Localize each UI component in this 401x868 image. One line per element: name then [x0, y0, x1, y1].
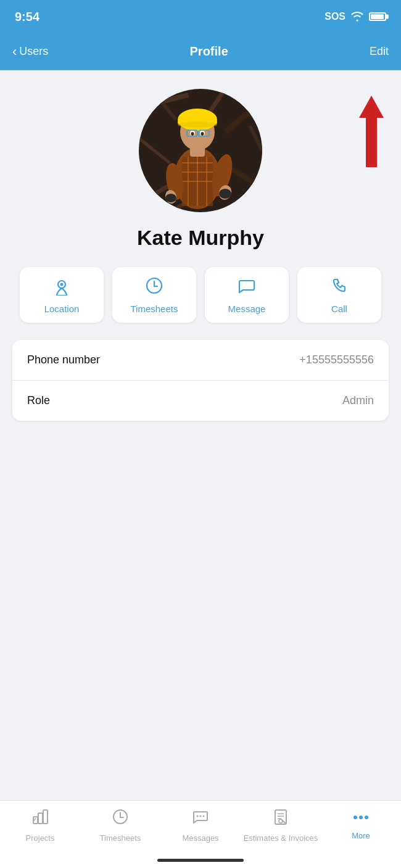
- back-chevron-icon: ‹: [12, 44, 17, 60]
- location-button[interactable]: Location: [20, 267, 104, 323]
- nav-bar: ‹ Users Profile Edit: [0, 33, 401, 70]
- tab-timesheets[interactable]: Timesheets: [80, 808, 160, 843]
- tab-estimates-label: Estimates & Invoices: [244, 833, 318, 843]
- svg-point-35: [219, 189, 231, 199]
- svg-point-38: [60, 283, 64, 286]
- timesheets-button[interactable]: Timesheets: [112, 267, 196, 323]
- tab-more[interactable]: More: [321, 808, 401, 840]
- svg-point-28: [201, 132, 204, 136]
- role-row: Role Admin: [12, 380, 389, 421]
- svg-point-31: [178, 122, 217, 128]
- location-label: Location: [44, 304, 80, 314]
- home-indicator: [157, 859, 244, 862]
- phone-label: Phone number: [27, 353, 100, 366]
- projects-icon: [31, 808, 49, 830]
- call-button[interactable]: Call: [297, 267, 381, 323]
- tab-timesheets-label: Timesheets: [100, 833, 141, 843]
- arrow-body: [366, 118, 377, 167]
- sos-icon: SOS: [325, 11, 345, 22]
- tab-more-label: More: [352, 831, 370, 840]
- timesheets-icon: [144, 276, 164, 299]
- svg-rect-43: [38, 813, 43, 824]
- svg-point-36: [165, 194, 176, 202]
- user-name: Kate Murphy: [137, 226, 264, 250]
- tab-estimates-icon: [272, 808, 289, 830]
- svg-point-60: [365, 816, 368, 819]
- tab-estimates[interactable]: Estimates & Invoices: [241, 808, 321, 843]
- arrow-head: [359, 96, 384, 118]
- back-label: Users: [19, 45, 48, 58]
- svg-point-27: [191, 132, 194, 136]
- main-content: Kate Murphy Location Tim: [0, 70, 401, 421]
- tab-messages[interactable]: Messages: [160, 808, 241, 843]
- tab-timesheets-icon: [112, 808, 129, 830]
- back-button[interactable]: ‹ Users: [12, 44, 48, 60]
- role-value: Admin: [342, 394, 374, 407]
- status-time: 9:54: [15, 10, 39, 24]
- tab-messages-label: Messages: [182, 833, 218, 843]
- message-label: Message: [228, 304, 266, 314]
- red-arrow-indicator: [359, 96, 384, 167]
- phone-value: +15555555556: [299, 353, 374, 366]
- svg-point-59: [359, 816, 363, 819]
- edit-button[interactable]: Edit: [370, 45, 389, 58]
- message-icon: [237, 276, 257, 299]
- timesheets-label: Timesheets: [131, 304, 178, 314]
- call-icon: [329, 276, 349, 299]
- status-icons: SOS: [325, 11, 386, 22]
- svg-point-58: [353, 816, 357, 819]
- svg-point-57: [279, 819, 283, 823]
- wifi-icon: [350, 12, 364, 22]
- svg-point-51: [203, 816, 205, 817]
- battery-icon: [369, 12, 386, 21]
- phone-row: Phone number +15555555556: [12, 340, 389, 380]
- message-button[interactable]: Message: [205, 267, 289, 323]
- avatar: [139, 89, 262, 212]
- tab-more-icon: [352, 808, 370, 827]
- tab-projects-label: Projects: [26, 833, 55, 843]
- role-label: Role: [27, 394, 50, 407]
- svg-rect-44: [43, 810, 48, 824]
- location-icon: [52, 276, 72, 299]
- page-title: Profile: [190, 44, 228, 59]
- tab-projects[interactable]: Projects: [0, 808, 80, 843]
- tab-messages-icon: [192, 808, 209, 830]
- call-label: Call: [331, 304, 347, 314]
- svg-point-49: [197, 816, 199, 817]
- info-card: Phone number +15555555556 Role Admin: [12, 340, 389, 421]
- action-buttons: Location Timesheets Message: [12, 267, 389, 323]
- tab-bar: Projects Timesheets Messages: [0, 800, 401, 868]
- svg-point-50: [200, 816, 202, 817]
- status-bar: 9:54 SOS: [0, 0, 401, 33]
